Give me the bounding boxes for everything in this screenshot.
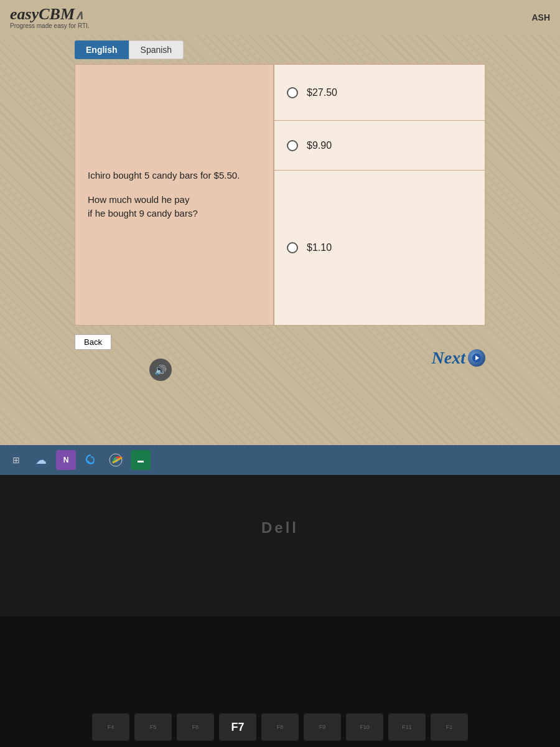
screen: easyCBM∧ Progress made easy for RTI. ASH…	[0, 0, 560, 473]
radio-2[interactable]	[287, 140, 298, 151]
tab-spanish[interactable]: Spanish	[129, 40, 184, 59]
radio-3[interactable]	[287, 242, 298, 253]
tab-english[interactable]: English	[75, 40, 129, 59]
logo: easyCBM∧	[10, 5, 90, 24]
keyboard-area: F4 F5 F6 F7 F8 F9 F10 F11 F1	[0, 616, 560, 747]
key-f11[interactable]: F11	[388, 713, 426, 741]
key-f10[interactable]: F10	[346, 713, 383, 741]
taskbar: ⊞ ☁ N ▬	[0, 445, 560, 475]
question-panel: Ichiro bought 5 candy bars for $5.50. Ho…	[75, 64, 274, 326]
main-content: Ichiro bought 5 candy bars for $5.50. Ho…	[75, 64, 485, 326]
answer-label-1: $27.50	[307, 87, 337, 98]
question-line2: How much would he pay if he bought 9 can…	[88, 193, 261, 221]
answers-panel: $27.50 $9.90 $1.10	[274, 64, 485, 326]
key-f12[interactable]: F1	[431, 713, 468, 741]
dell-label: Dell	[261, 519, 299, 537]
answer-label-3: $1.10	[307, 242, 332, 253]
answer-option-2[interactable]: $9.90	[274, 121, 485, 171]
user-badge: ASH	[531, 12, 550, 22]
top-bar: easyCBM∧ Progress made easy for RTI. ASH	[0, 0, 560, 34]
taskbar-grid-icon[interactable]: ⊞	[6, 450, 26, 470]
next-button[interactable]: Next	[432, 348, 485, 368]
taskbar-chrome-icon[interactable]	[106, 450, 126, 470]
key-f5[interactable]: F5	[134, 713, 172, 741]
bottom-bar: Back 🔊 Next	[75, 331, 485, 385]
radio-1[interactable]	[287, 87, 298, 98]
audio-button[interactable]: 🔊	[149, 359, 172, 381]
question-line1: Ichiro bought 5 candy bars for $5.50.	[88, 169, 261, 183]
logo-area: easyCBM∧ Progress made easy for RTI.	[10, 5, 90, 29]
logo-subtitle: Progress made easy for RTI.	[10, 22, 90, 29]
laptop-body: Dell	[0, 475, 560, 618]
answer-option-1[interactable]: $27.50	[274, 65, 485, 121]
taskbar-meet-icon[interactable]: ▬	[131, 450, 151, 470]
back-button[interactable]: Back	[75, 334, 111, 350]
taskbar-cloud-icon[interactable]: ☁	[31, 450, 51, 470]
next-icon	[468, 349, 485, 367]
taskbar-edge-icon[interactable]	[81, 450, 101, 470]
key-f6[interactable]: F6	[177, 713, 214, 741]
key-f8[interactable]: F8	[261, 713, 299, 741]
audio-icon: 🔊	[154, 364, 167, 376]
answer-option-3[interactable]: $1.10	[274, 171, 485, 325]
key-f9[interactable]: F9	[304, 713, 341, 741]
answer-label-2: $9.90	[307, 140, 332, 151]
key-f7[interactable]: F7	[219, 713, 256, 741]
taskbar-notepad-icon[interactable]: N	[56, 450, 76, 470]
key-f4[interactable]: F4	[92, 713, 129, 741]
language-tabs: English Spanish	[75, 40, 560, 59]
